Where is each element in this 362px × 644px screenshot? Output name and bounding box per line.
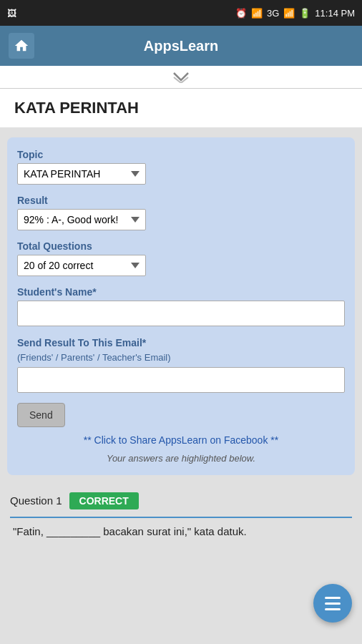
chevron-strip xyxy=(0,66,362,89)
result-value: 92% : A-, Good work! xyxy=(24,214,118,225)
student-name-input[interactable] xyxy=(17,301,345,326)
question-row-1: Question 1 CORRECT xyxy=(10,492,352,509)
fab-menu-button[interactable] xyxy=(313,584,352,623)
total-questions-value: 20 of 20 correct xyxy=(24,260,93,271)
section-header: KATA PERINTAH xyxy=(0,89,362,129)
signal-icon: 📶 xyxy=(283,8,295,19)
question-section: Question 1 CORRECT "Fatin, _________ bac… xyxy=(0,484,362,540)
correct-badge-1: CORRECT xyxy=(69,492,139,509)
send-button[interactable]: Send xyxy=(17,403,65,427)
total-questions-dropdown[interactable]: 20 of 20 correct xyxy=(17,255,146,276)
alarm-icon: ⏰ xyxy=(235,8,247,19)
status-bar: 🖼 ⏰ 📶 3G 📶 🔋 11:14 PM xyxy=(0,0,362,26)
topic-dropdown-arrow xyxy=(131,171,140,177)
section-title: KATA PERINTAH xyxy=(14,99,139,117)
title-bar: AppsLearn xyxy=(0,26,362,66)
wifi-icon: 📶 xyxy=(251,8,263,19)
total-questions-dropdown-arrow xyxy=(131,263,140,268)
fab-line-2 xyxy=(325,602,341,605)
topic-label: Topic xyxy=(17,149,345,160)
question-divider-1 xyxy=(10,517,352,518)
fab-icon xyxy=(325,597,341,610)
email-input[interactable] xyxy=(17,367,345,393)
result-dropdown-arrow xyxy=(131,217,140,223)
fab-line-3 xyxy=(325,608,341,610)
network-label: 3G xyxy=(267,8,279,19)
status-bar-left: 🖼 xyxy=(7,8,16,19)
app-title: AppsLearn xyxy=(43,38,319,54)
answers-note: Your answers are highlighted below. xyxy=(17,453,345,464)
question-text-1: "Fatin, _________ bacakan surat ini," ka… xyxy=(10,524,352,540)
battery-icon: 🔋 xyxy=(299,8,310,19)
total-questions-label: Total Questions xyxy=(17,240,345,252)
email-sub-label: (Friends' / Parents' / Teacher's Email) xyxy=(17,352,345,363)
facebook-link[interactable]: ** Click to Share AppsLearn on Facebook … xyxy=(17,434,345,446)
fab-line-1 xyxy=(325,597,341,599)
question-number-1: Question 1 xyxy=(10,494,62,507)
email-label: Send Result To This Email* xyxy=(17,336,345,351)
result-dropdown[interactable]: 92% : A-, Good work! xyxy=(17,209,146,230)
result-label: Result xyxy=(17,195,345,206)
time-label: 11:14 PM xyxy=(315,8,355,19)
topic-dropdown[interactable]: KATA PERINTAH xyxy=(17,163,146,185)
topic-value: KATA PERINTAH xyxy=(24,168,100,180)
main-card: Topic KATA PERINTAH Result 92% : A-, Goo… xyxy=(7,137,355,475)
home-icon[interactable] xyxy=(9,33,34,59)
status-bar-right: ⏰ 📶 3G 📶 🔋 11:14 PM xyxy=(235,8,355,19)
image-icon: 🖼 xyxy=(7,8,16,19)
student-name-label: Student's Name* xyxy=(17,286,345,298)
